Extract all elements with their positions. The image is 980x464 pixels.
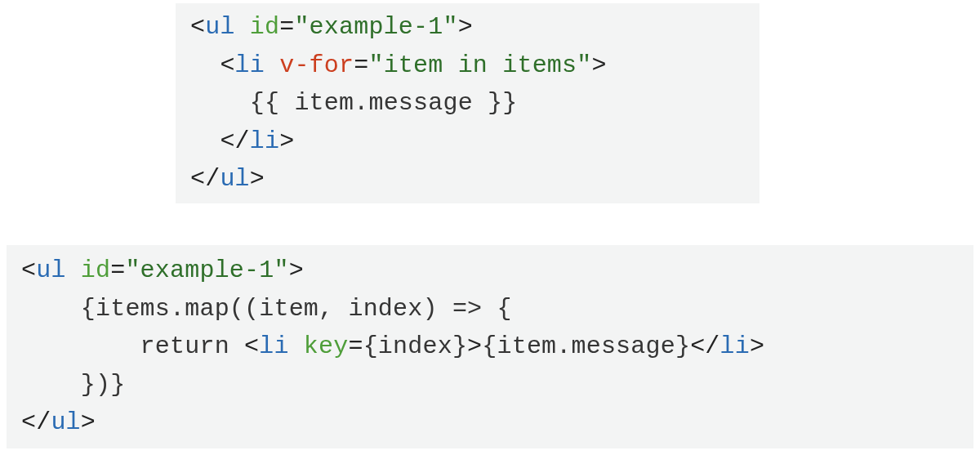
code-token: {items.map((item, index) => { bbox=[21, 295, 512, 323]
code-token: li bbox=[720, 332, 750, 360]
code-token: key bbox=[304, 332, 349, 360]
code-token: "item in items" bbox=[368, 51, 591, 79]
code-token: {index} bbox=[363, 332, 467, 360]
code-token: li bbox=[259, 332, 288, 360]
code-token: < bbox=[190, 13, 205, 41]
code-token: return bbox=[21, 332, 244, 360]
code-token bbox=[289, 332, 304, 360]
code-line: })} bbox=[21, 366, 959, 404]
code-token: </ bbox=[220, 127, 249, 155]
code-token: > bbox=[750, 332, 764, 360]
code-token: ul bbox=[36, 257, 65, 284]
code-token: = bbox=[354, 51, 368, 79]
code-token: })} bbox=[21, 371, 125, 399]
code-token: < bbox=[220, 51, 234, 79]
code-token: "example-1" bbox=[294, 13, 457, 41]
code-token: "example-1" bbox=[125, 257, 288, 284]
code-block-jsx: <ul id="example-1"> {items.map((item, in… bbox=[7, 245, 973, 448]
code-token bbox=[190, 127, 220, 155]
code-token bbox=[66, 257, 81, 284]
code-token: id bbox=[250, 13, 279, 41]
code-line: <ul id="example-1"> bbox=[21, 252, 959, 290]
code-token bbox=[190, 51, 220, 79]
code-line: </li> bbox=[190, 123, 745, 161]
code-line: return <li key={index}>{item.message}</l… bbox=[21, 328, 959, 366]
code-token: ul bbox=[220, 165, 249, 193]
code-token: li bbox=[235, 51, 265, 79]
code-token: > bbox=[250, 165, 265, 193]
code-token: > bbox=[279, 127, 294, 155]
code-token: > bbox=[591, 51, 606, 79]
code-token: = bbox=[279, 13, 294, 41]
code-block-vue: <ul id="example-1"> <li v-for="item in i… bbox=[176, 3, 760, 203]
code-token: </ bbox=[690, 332, 719, 360]
code-token: < bbox=[21, 257, 36, 284]
code-line: {{ item.message }} bbox=[190, 84, 745, 123]
code-token: = bbox=[110, 257, 125, 284]
code-token: > bbox=[289, 257, 304, 284]
code-line: </ul> bbox=[21, 404, 959, 442]
code-token: {{ item.message }} bbox=[250, 89, 518, 117]
code-token bbox=[235, 13, 250, 41]
code-token: v-for bbox=[279, 51, 354, 79]
code-line: {items.map((item, index) => { bbox=[21, 290, 959, 328]
code-line: <ul id="example-1"> bbox=[190, 8, 745, 47]
code-token: {item.message} bbox=[482, 332, 690, 360]
code-token bbox=[265, 51, 279, 79]
code-token: ul bbox=[205, 13, 234, 41]
code-token: > bbox=[467, 332, 482, 360]
code-token: li bbox=[250, 127, 279, 155]
code-token: id bbox=[81, 257, 110, 284]
code-line: <li v-for="item in items"> bbox=[190, 47, 745, 85]
code-token: </ bbox=[190, 165, 220, 193]
code-token: ul bbox=[51, 408, 80, 436]
code-line: </ul> bbox=[190, 160, 745, 199]
code-token: > bbox=[81, 408, 96, 436]
code-token: < bbox=[244, 332, 259, 360]
code-token: = bbox=[348, 332, 363, 360]
code-token bbox=[190, 89, 250, 117]
code-token: > bbox=[458, 13, 473, 41]
code-token: </ bbox=[21, 408, 51, 436]
